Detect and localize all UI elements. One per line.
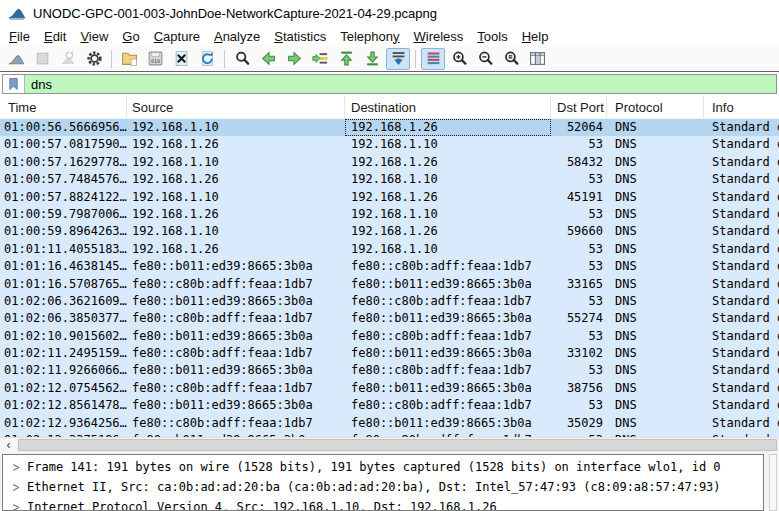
cell-protocol: DNS [607, 310, 704, 327]
go-back-button[interactable] [256, 48, 280, 70]
zoom-in-button[interactable] [447, 48, 471, 70]
resize-columns-button[interactable] [525, 48, 549, 70]
cell-protocol: DNS [607, 223, 704, 240]
cell-time: 01:02:06.3850377… [0, 310, 127, 327]
find-packet-button[interactable] [230, 48, 254, 70]
packet-row[interactable]: 01:02:10.9015602…fe80::b011:ed39:8665:3b… [0, 328, 779, 345]
detail-line[interactable]: >Ethernet II, Src: ca:0b:ad:ad:20:ba (ca… [3, 477, 763, 497]
packet-row[interactable]: 01:02:12.8561478…fe80::b011:ed39:8665:3b… [0, 397, 779, 414]
menu-file[interactable]: File [2, 28, 37, 45]
detail-line[interactable]: >Frame 141: 191 bytes on wire (1528 bits… [3, 457, 763, 477]
go-forward-button[interactable] [282, 48, 306, 70]
shark-fin-icon [8, 50, 25, 67]
zoom-original-button[interactable] [499, 48, 523, 70]
scroll-left-arrow-icon[interactable]: ‹ [0, 438, 17, 452]
cell-source: 192.168.1.26 [127, 136, 345, 153]
cell-info: Standard q [704, 189, 779, 206]
display-filter-input[interactable]: dns [2, 74, 777, 94]
packet-row[interactable]: 01:02:06.3850377…fe80::c80b:adff:feaa:1d… [0, 310, 779, 327]
go-to-top-button[interactable] [334, 48, 358, 70]
packet-row[interactable]: 01:01:16.4638145…fe80::b011:ed39:8665:3b… [0, 258, 779, 275]
zoom-out-button[interactable] [473, 48, 497, 70]
details-vertical-scrollbar[interactable] [769, 454, 777, 511]
title-bar: UNODC-GPC-001-003-JohnDoe-NetworkCapture… [0, 0, 779, 26]
packet-row[interactable]: 01:02:12.9364256…fe80::c80b:adff:feaa:1d… [0, 415, 779, 432]
menu-view[interactable]: View [73, 28, 115, 45]
menu-telephony[interactable]: Telephony [333, 28, 406, 45]
column-header-info[interactable]: Info [704, 96, 779, 118]
cell-time: 01:02:10.9015602… [0, 328, 127, 345]
menu-analyze[interactable]: Analyze [207, 28, 267, 45]
resize-columns-icon [529, 50, 546, 67]
packet-row[interactable]: 01:00:57.1629778…192.168.1.10192.168.1.2… [0, 154, 779, 171]
column-header-source[interactable]: Source [127, 96, 345, 118]
packet-row[interactable]: 01:01:16.5708765…fe80::c80b:adff:feaa:1d… [0, 276, 779, 293]
column-header-time[interactable]: Time [0, 96, 127, 118]
packet-row[interactable]: 01:02:11.2495159…fe80::c80b:adff:feaa:1d… [0, 345, 779, 362]
cell-destination: 192.168.1.26 [345, 154, 551, 171]
packet-row[interactable]: 01:00:57.7484576…192.168.1.26192.168.1.1… [0, 171, 779, 188]
column-header-dst_port[interactable]: Dst Port [551, 96, 607, 118]
reload-file-button[interactable] [195, 48, 219, 70]
menu-statistics[interactable]: Statistics [267, 28, 333, 45]
cell-source: 192.168.1.26 [127, 241, 345, 258]
capture-options-button[interactable] [82, 48, 106, 70]
cell-destination: fe80::b011:ed39:8665:3b0a [345, 276, 551, 293]
cell-dst_port: 55274 [551, 310, 607, 327]
auto-scroll-button[interactable] [386, 48, 410, 70]
stop-capture-button[interactable] [30, 48, 54, 70]
cell-source: fe80::c80b:adff:feaa:1db7 [127, 345, 345, 362]
horizontal-scrollbar-thumb[interactable] [18, 439, 777, 451]
packet-row[interactable]: 01:00:59.8964263…192.168.1.10192.168.1.2… [0, 223, 779, 240]
open-file-button[interactable] [117, 48, 141, 70]
folder-icon [121, 50, 138, 67]
cell-protocol: DNS [607, 258, 704, 275]
menu-capture[interactable]: Capture [147, 28, 207, 45]
auto-scroll-icon [390, 50, 407, 67]
horizontal-scrollbar[interactable]: ‹ [0, 437, 779, 452]
filter-bookmark-button[interactable] [3, 75, 25, 93]
packet-row[interactable]: 01:01:11.4055183…192.168.1.26192.168.1.1… [0, 241, 779, 258]
restart-capture-icon [60, 50, 77, 67]
menu-go[interactable]: Go [115, 28, 146, 45]
detail-line[interactable]: >Internet Protocol Version 4, Src: 192.1… [3, 497, 763, 511]
packet-row[interactable]: 01:02:11.9266066…fe80::b011:ed39:8665:3b… [0, 362, 779, 379]
cell-dst_port: 52064 [551, 119, 607, 136]
packet-row[interactable]: 01:00:57.8824122…192.168.1.10192.168.1.2… [0, 189, 779, 206]
start-capture-button[interactable] [4, 48, 28, 70]
cell-protocol: DNS [607, 154, 704, 171]
cell-time: 01:00:59.7987006… [0, 206, 127, 223]
expander-chevron-icon[interactable]: > [9, 459, 23, 476]
menu-tools[interactable]: Tools [470, 28, 514, 45]
cell-protocol: DNS [607, 241, 704, 258]
packet-row[interactable]: 01:00:56.5666956…192.168.1.10192.168.1.2… [0, 119, 779, 136]
cell-destination: fe80::c80b:adff:feaa:1db7 [345, 397, 551, 414]
packet-row[interactable]: 01:02:06.3621609…fe80::b011:ed39:8665:3b… [0, 293, 779, 310]
cell-info: Standard q [704, 258, 779, 275]
cell-source: fe80::b011:ed39:8665:3b0a [127, 293, 345, 310]
packet-list[interactable]: 01:00:56.5666956…192.168.1.10192.168.1.2… [0, 119, 779, 437]
column-header-protocol[interactable]: Protocol [607, 96, 704, 118]
go-to-bottom-button[interactable] [360, 48, 384, 70]
column-header-destination[interactable]: Destination [345, 96, 551, 118]
packet-details-panel[interactable]: >Frame 141: 191 bytes on wire (1528 bits… [2, 454, 764, 511]
colorize-button[interactable] [421, 48, 445, 70]
toolbar-separator [415, 50, 416, 68]
expander-chevron-icon[interactable]: > [9, 499, 23, 511]
close-file-button[interactable] [169, 48, 193, 70]
menu-edit[interactable]: Edit [37, 28, 73, 45]
packet-row[interactable]: 01:02:12.0754562…fe80::c80b:adff:feaa:1d… [0, 380, 779, 397]
cell-destination: 192.168.1.10 [345, 206, 551, 223]
restart-capture-button[interactable] [56, 48, 80, 70]
save-file-button[interactable]: 010 [143, 48, 167, 70]
menu-wireless[interactable]: Wireless [407, 28, 471, 45]
colorize-icon [425, 50, 442, 67]
go-to-packet-button[interactable] [308, 48, 332, 70]
packet-row[interactable]: 01:00:57.0817590…192.168.1.26192.168.1.1… [0, 136, 779, 153]
menu-help[interactable]: Help [515, 28, 556, 45]
cell-protocol: DNS [607, 206, 704, 223]
cell-time: 01:02:12.8561478… [0, 397, 127, 414]
packet-row[interactable]: 01:00:59.7987006…192.168.1.26192.168.1.1… [0, 206, 779, 223]
expander-chevron-icon[interactable]: > [9, 479, 23, 496]
main-toolbar: 010 [0, 46, 779, 71]
